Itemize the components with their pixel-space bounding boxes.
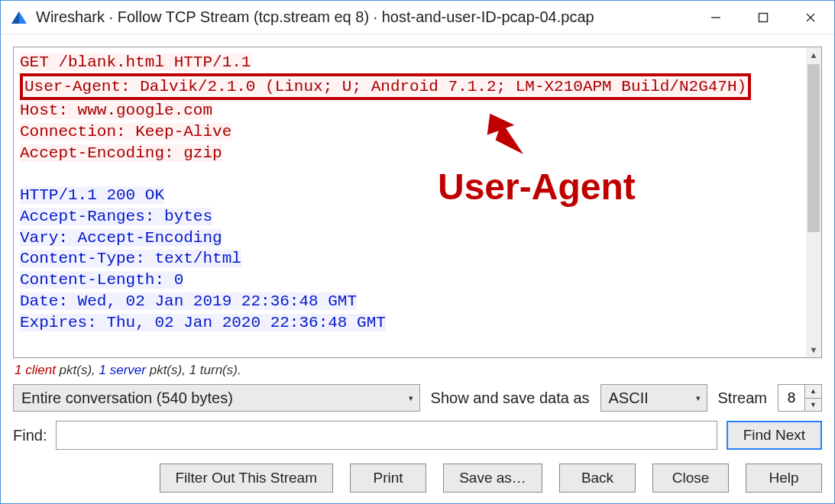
print-button[interactable]: Print	[350, 464, 426, 493]
minimize-button[interactable]	[692, 1, 740, 34]
svg-marker-4	[481, 107, 525, 163]
stream-number-spinner[interactable]: 8 ▲ ▼	[778, 384, 822, 412]
titlebar: Wireshark · Follow TCP Stream (tcp.strea…	[1, 1, 834, 34]
find-row: Find: Find Next	[13, 418, 822, 457]
bottom-button-row: Filter Out This Stream Print Save as… Ba…	[1, 460, 834, 503]
request-line: Host: www.google.com	[20, 102, 212, 119]
request-line: Accept-Encoding: gzip	[20, 144, 222, 162]
encoding-dropdown[interactable]: ASCII ▾	[600, 384, 707, 412]
window-controls	[692, 1, 834, 34]
response-line: HTTP/1.1 200 OK	[20, 186, 164, 204]
save-as-button[interactable]: Save as…	[443, 464, 542, 493]
conversation-dropdown[interactable]: Entire conversation (540 bytes) ▾	[13, 384, 420, 412]
user-agent-highlight: User-Agent: Dalvik/2.1.0 (Linux; U; Andr…	[20, 73, 751, 101]
stream-label: Stream	[718, 389, 767, 407]
content-area: GET /blank.html HTTP/1.1 User-Agent: Dal…	[1, 34, 834, 460]
server-count: 1 server	[99, 363, 146, 377]
conversation-selected: Entire conversation (540 bytes)	[21, 389, 233, 407]
maximize-button[interactable]	[740, 1, 787, 34]
wireshark-follow-stream-window: Wireshark · Follow TCP Stream (tcp.strea…	[0, 0, 835, 504]
filter-out-button[interactable]: Filter Out This Stream	[160, 464, 333, 493]
chevron-down-icon: ▾	[409, 393, 413, 403]
arrow-icon	[480, 107, 526, 171]
response-line: Content-Type: text/html	[20, 250, 241, 267]
help-button[interactable]: Help	[746, 464, 822, 493]
response-line: Content-Length: 0	[20, 271, 183, 289]
scroll-thumb[interactable]	[807, 64, 820, 232]
encoding-selected: ASCII	[609, 389, 649, 407]
find-label: Find:	[13, 427, 47, 444]
stream-view: GET /blank.html HTTP/1.1 User-Agent: Dal…	[13, 47, 822, 358]
controls-row: Entire conversation (540 bytes) ▾ Show a…	[13, 383, 822, 418]
find-input[interactable]	[56, 421, 717, 450]
client-count: 1 client	[15, 363, 56, 377]
find-next-button[interactable]: Find Next	[727, 421, 822, 450]
close-dialog-button[interactable]: Close	[652, 464, 729, 493]
packet-status: 1 client pkt(s), 1 server pkt(s), 1 turn…	[13, 358, 822, 383]
back-button[interactable]: Back	[559, 464, 636, 493]
stream-value: 8	[778, 385, 804, 411]
scroll-up-icon[interactable]: ▲	[806, 47, 821, 63]
request-line: Connection: Keep-Alive	[20, 123, 231, 141]
chevron-down-icon: ▾	[696, 393, 701, 403]
response-line: Vary: Accept-Encoding	[20, 229, 222, 247]
response-line: Accept-Ranges: bytes	[20, 208, 212, 225]
user-agent-annotation: User-Agent	[438, 166, 636, 208]
response-line: Date: Wed, 02 Jan 2019 22:36:48 GMT	[20, 292, 357, 310]
request-line: User-Agent: Dalvik/2.1.0 (Linux; U; Andr…	[24, 78, 746, 95]
stream-down-icon[interactable]: ▼	[805, 399, 821, 412]
show-save-label: Show and save data as	[431, 389, 590, 407]
stream-content[interactable]: GET /blank.html HTTP/1.1 User-Agent: Dal…	[14, 47, 806, 357]
stream-up-icon[interactable]: ▲	[805, 385, 821, 399]
request-line: GET /blank.html HTTP/1.1	[20, 53, 251, 71]
response-line: Expires: Thu, 02 Jan 2020 22:36:48 GMT	[20, 314, 386, 331]
scroll-down-icon[interactable]: ▼	[806, 342, 821, 357]
vertical-scrollbar[interactable]: ▲ ▼	[806, 47, 821, 357]
svg-rect-1	[759, 13, 768, 21]
wireshark-icon	[10, 8, 28, 27]
close-button[interactable]	[787, 1, 834, 34]
window-title: Wireshark · Follow TCP Stream (tcp.strea…	[36, 8, 692, 26]
